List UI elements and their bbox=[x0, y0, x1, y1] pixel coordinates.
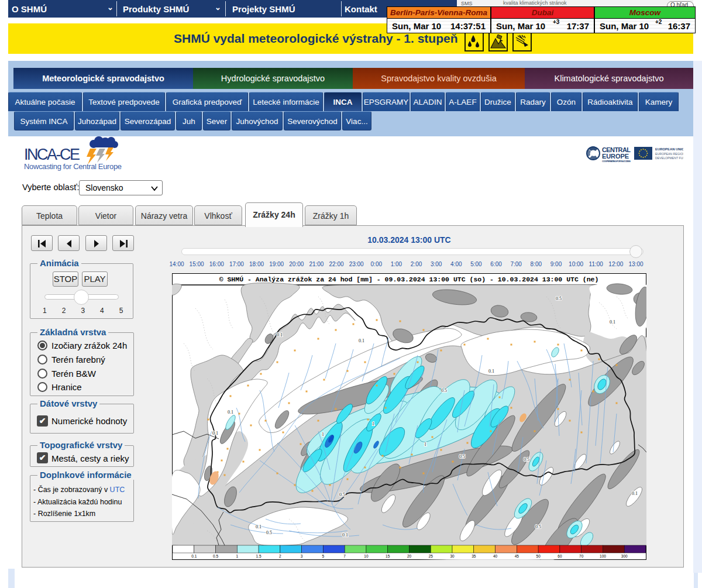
svg-text:DEVELOPMENT FUND: DEVELOPMENT FUND bbox=[655, 156, 683, 160]
svg-text:0.1: 0.1 bbox=[212, 431, 218, 436]
svg-text:0.5: 0.5 bbox=[535, 524, 541, 529]
svg-text:Nowcasting for Central Europe: Nowcasting for Central Europe bbox=[24, 162, 122, 171]
svg-text:40: 40 bbox=[493, 554, 498, 558]
svg-text:0.5: 0.5 bbox=[339, 492, 345, 497]
svg-text:INCA-CE: INCA-CE bbox=[24, 146, 80, 163]
svg-text:0.1: 0.1 bbox=[488, 369, 494, 374]
svg-text:50: 50 bbox=[536, 554, 541, 558]
svg-text:EUROPE: EUROPE bbox=[602, 153, 629, 160]
svg-text:300: 300 bbox=[621, 554, 628, 558]
svg-text:0.1: 0.1 bbox=[277, 332, 283, 338]
svg-text:1: 1 bbox=[322, 432, 324, 437]
svg-text:EUROPEAN UNION: EUROPEAN UNION bbox=[655, 147, 683, 151]
svg-text:1: 1 bbox=[236, 554, 239, 558]
svg-text:5: 5 bbox=[322, 554, 325, 558]
svg-text:30: 30 bbox=[450, 554, 455, 558]
svg-text:0.1: 0.1 bbox=[610, 319, 615, 325]
svg-text:60: 60 bbox=[558, 554, 562, 558]
svg-text:35: 35 bbox=[472, 554, 476, 558]
svg-text:0.1: 0.1 bbox=[342, 532, 348, 538]
svg-text:100: 100 bbox=[600, 554, 606, 558]
svg-text:COOPERATING FOR SUCCESS: COOPERATING FOR SUCCESS bbox=[602, 160, 631, 163]
svg-text:10: 10 bbox=[364, 554, 369, 558]
svg-text:0.5: 0.5 bbox=[459, 454, 465, 459]
svg-text:0.1: 0.1 bbox=[256, 524, 261, 529]
svg-text:25: 25 bbox=[429, 554, 433, 558]
svg-text:1: 1 bbox=[424, 442, 426, 447]
svg-text:0.1: 0.1 bbox=[632, 491, 638, 496]
svg-text:15: 15 bbox=[386, 554, 390, 558]
svg-text:0.5: 0.5 bbox=[266, 530, 272, 535]
svg-text:0.1: 0.1 bbox=[228, 410, 233, 415]
svg-text:1: 1 bbox=[372, 421, 374, 427]
svg-text:45: 45 bbox=[515, 554, 519, 558]
svg-text:2: 2 bbox=[279, 554, 281, 558]
svg-text:0.1: 0.1 bbox=[191, 554, 197, 558]
svg-text:20: 20 bbox=[407, 554, 412, 558]
svg-text:0.5: 0.5 bbox=[524, 457, 529, 462]
svg-text:3: 3 bbox=[301, 554, 303, 558]
svg-text:0.5: 0.5 bbox=[441, 388, 447, 393]
svg-text:© SHMÚ - Analýza zrážok za 24: © SHMÚ - Analýza zrážok za 24 hod [mm] -… bbox=[219, 276, 599, 283]
svg-text:0.1: 0.1 bbox=[359, 338, 364, 343]
svg-text:7: 7 bbox=[343, 554, 346, 558]
svg-text:0.5: 0.5 bbox=[556, 296, 562, 301]
svg-text:EUROPEAN REGIONAL: EUROPEAN REGIONAL bbox=[655, 152, 683, 156]
svg-text:70: 70 bbox=[579, 554, 584, 558]
svg-text:0.5: 0.5 bbox=[213, 554, 218, 558]
svg-text:1.5: 1.5 bbox=[256, 554, 261, 558]
